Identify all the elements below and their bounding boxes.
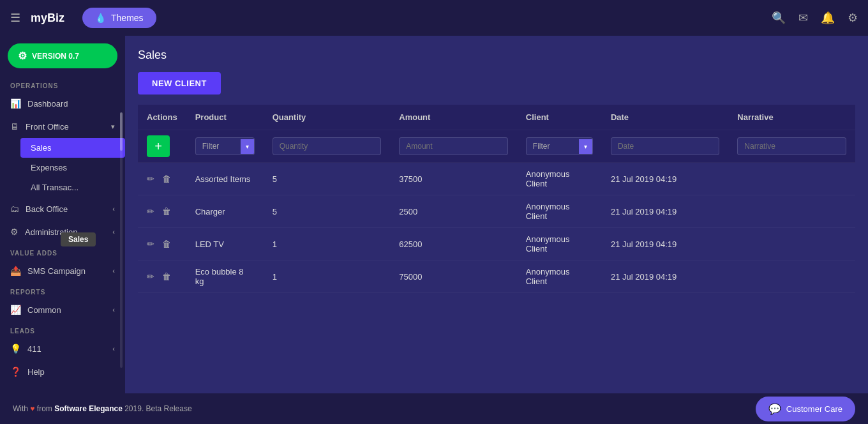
row-actions: ✏ 🗑 — [138, 195, 186, 228]
row-date: 21 Jul 2019 04:19 — [602, 195, 728, 228]
sales-tooltip: Sales — [61, 232, 96, 246]
add-row-button[interactable]: + — [147, 135, 170, 157]
edit-icon[interactable]: ✏ — [147, 271, 154, 282]
row-amount: 75000 — [390, 261, 517, 293]
quantity-filter-input[interactable] — [273, 137, 382, 155]
heart-icon: ♥ — [30, 404, 34, 413]
row-actions: ✏ 🗑 — [138, 261, 186, 293]
arrow-icon: ‹ — [112, 345, 115, 352]
row-quantity: 1 — [264, 261, 391, 293]
row-narrative — [728, 163, 855, 195]
customer-care-button[interactable]: 💬 Customer Care — [756, 397, 855, 421]
row-date: 21 Jul 2019 04:19 — [602, 261, 728, 293]
sidebar-item-help[interactable]: ❓ Help — [0, 360, 125, 383]
row-date: 21 Jul 2019 04:19 — [602, 163, 728, 195]
product-filter-wrapper: Filter ▾ — [195, 137, 255, 155]
menu-icon[interactable]: ☰ — [10, 11, 20, 25]
filter-quantity-cell — [264, 130, 391, 163]
sidebar-item-sms-campaign[interactable]: 📤 SMS Campaign ‹ — [0, 259, 125, 282]
sidebar: ⚙ VERSION 0.7 OPERATIONS 📊 Dashboard 🖥 F… — [0, 36, 125, 393]
col-date: Date — [602, 105, 728, 130]
narrative-filter-input[interactable] — [737, 137, 846, 155]
row-narrative — [728, 228, 855, 261]
content-area: Sales NEW CLIENT Actions Product Quantit… — [125, 36, 868, 393]
col-product: Product — [186, 105, 264, 130]
arrow-icon: ‹ — [112, 205, 115, 213]
date-filter-input[interactable] — [611, 137, 719, 155]
new-client-button[interactable]: NEW CLIENT — [138, 72, 221, 95]
page-title: Sales — [138, 49, 855, 62]
row-amount: 62500 — [390, 228, 517, 261]
sidebar-subitem-expenses[interactable]: Expenses — [20, 158, 125, 178]
mail-icon[interactable]: ✉ — [798, 11, 808, 25]
common-icon: 📈 — [10, 305, 21, 315]
amount-filter-input[interactable] — [399, 137, 508, 155]
filter-amount-cell — [390, 130, 517, 163]
main-area: ⚙ VERSION 0.7 OPERATIONS 📊 Dashboard 🖥 F… — [0, 36, 868, 393]
chat-icon: 💬 — [768, 403, 781, 415]
row-client: Anonymous Client — [517, 261, 602, 293]
footer-brand: Software Elegance — [54, 404, 123, 413]
filter-product-cell: Filter ▾ — [186, 130, 264, 163]
sidebar-item-label: 411 — [27, 344, 41, 354]
filter-narrative-cell — [728, 130, 855, 163]
version-label: VERSION 0.7 — [32, 52, 79, 61]
filter-actions-cell: + — [138, 130, 186, 163]
sidebar-subitem-sales[interactable]: Sales — [20, 138, 125, 158]
section-label-leads: LEADS — [0, 321, 125, 337]
delete-icon[interactable]: 🗑 — [162, 271, 171, 282]
sales-table: Actions Product Quantity Amount Client D… — [138, 105, 855, 293]
client-filter-wrapper: Filter ▾ — [526, 137, 593, 155]
settings-icon[interactable]: ⚙ — [848, 11, 858, 25]
bell-icon[interactable]: 🔔 — [821, 11, 835, 25]
table-row: ✏ 🗑 Charger 5 2500 Anonymous Client 21 J… — [138, 195, 855, 228]
sidebar-item-411[interactable]: 💡 411 ‹ — [0, 337, 125, 360]
edit-icon[interactable]: ✏ — [147, 174, 154, 184]
row-quantity: 1 — [264, 228, 391, 261]
back-office-icon: 🗂 — [10, 204, 19, 214]
sidebar-subitem-all-transactions[interactable]: All Transac... — [20, 178, 125, 197]
row-narrative — [728, 195, 855, 228]
row-quantity: 5 — [264, 195, 391, 228]
client-filter-select[interactable]: Filter — [527, 138, 579, 155]
sidebar-item-label: SMS Campaign — [27, 266, 86, 276]
filter-client-cell: Filter ▾ — [517, 130, 602, 163]
edit-icon[interactable]: ✏ — [147, 239, 154, 249]
search-icon[interactable]: 🔍 — [772, 11, 786, 25]
col-narrative: Narrative — [728, 105, 855, 130]
administration-icon: ⚙ — [10, 227, 19, 237]
row-product: LED TV — [186, 228, 264, 261]
row-actions: ✏ 🗑 — [138, 228, 186, 261]
row-product: Charger — [186, 195, 264, 228]
sidebar-item-back-office[interactable]: 🗂 Back Office ‹ — [0, 197, 125, 220]
sidebar-item-label: Front Office — [26, 122, 69, 132]
app-logo: myBiz — [31, 11, 64, 25]
sidebar-item-dashboard[interactable]: 📊 Dashboard — [0, 92, 125, 115]
github-icon: ⚙ — [18, 50, 27, 62]
row-product: Assorted Items — [186, 163, 264, 195]
sidebar-item-common[interactable]: 📈 Common ‹ — [0, 298, 125, 321]
themes-button[interactable]: 💧 Themes — [82, 8, 156, 28]
help-icon: ❓ — [10, 367, 21, 377]
sidebar-item-label: Dashboard — [27, 99, 68, 109]
customer-care-label: Customer Care — [786, 404, 842, 414]
row-actions: ✏ 🗑 — [138, 163, 186, 195]
row-quantity: 5 — [264, 163, 391, 195]
delete-icon[interactable]: 🗑 — [162, 239, 171, 249]
dashboard-icon: 📊 — [10, 98, 21, 109]
edit-icon[interactable]: ✏ — [147, 206, 154, 216]
sidebar-item-label: Back Office — [26, 204, 68, 214]
section-label-reports: REPORTS — [0, 282, 125, 298]
delete-icon[interactable]: 🗑 — [162, 206, 171, 216]
version-badge[interactable]: ⚙ VERSION 0.7 — [8, 43, 117, 68]
arrow-icon: ‹ — [112, 228, 115, 236]
product-filter-select[interactable]: Filter — [196, 138, 241, 155]
col-client: Client — [517, 105, 602, 130]
row-narrative — [728, 261, 855, 293]
delete-icon[interactable]: 🗑 — [162, 174, 171, 184]
table-header-row: Actions Product Quantity Amount Client D… — [138, 105, 855, 130]
leads-icon: 💡 — [10, 344, 21, 354]
sidebar-item-front-office[interactable]: 🖥 Front Office ▾ — [0, 115, 125, 138]
filter-date-cell — [602, 130, 728, 163]
row-amount: 2500 — [390, 195, 517, 228]
